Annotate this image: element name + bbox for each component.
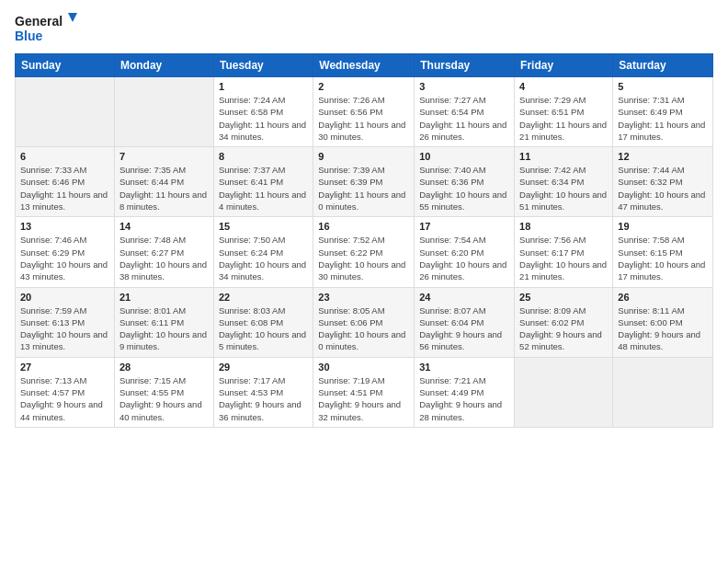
calendar-cell: 23Sunrise: 8:05 AM Sunset: 6:06 PM Dayli… (313, 287, 415, 357)
day-info: Sunrise: 7:58 AM Sunset: 6:15 PM Dayligh… (618, 234, 708, 282)
week-row-1: 1Sunrise: 7:24 AM Sunset: 6:58 PM Daylig… (16, 77, 713, 147)
logo: General Blue (15, 9, 79, 46)
day-number: 5 (618, 81, 708, 92)
day-number: 7 (119, 151, 209, 162)
day-info: Sunrise: 7:40 AM Sunset: 6:36 PM Dayligh… (419, 164, 509, 213)
calendar-cell: 18Sunrise: 7:56 AM Sunset: 6:17 PM Dayli… (515, 217, 613, 287)
day-number: 13 (20, 221, 109, 232)
week-row-5: 27Sunrise: 7:13 AM Sunset: 4:57 PM Dayli… (16, 357, 713, 427)
calendar-cell: 16Sunrise: 7:52 AM Sunset: 6:22 PM Dayli… (313, 217, 415, 287)
calendar-cell: 12Sunrise: 7:44 AM Sunset: 6:32 PM Dayli… (613, 147, 713, 217)
day-info: Sunrise: 7:24 AM Sunset: 6:58 PM Dayligh… (219, 94, 308, 143)
day-number: 12 (618, 151, 708, 162)
calendar-cell: 29Sunrise: 7:17 AM Sunset: 4:53 PM Dayli… (213, 357, 313, 427)
calendar-cell: 5Sunrise: 7:31 AM Sunset: 6:49 PM Daylig… (613, 77, 713, 147)
calendar-cell: 31Sunrise: 7:21 AM Sunset: 4:49 PM Dayli… (415, 357, 515, 427)
day-info: Sunrise: 7:50 AM Sunset: 6:24 PM Dayligh… (219, 234, 308, 282)
calendar-cell: 9Sunrise: 7:39 AM Sunset: 6:39 PM Daylig… (313, 147, 415, 217)
calendar-cell (114, 77, 213, 147)
day-info: Sunrise: 7:21 AM Sunset: 4:49 PM Dayligh… (419, 374, 509, 423)
day-info: Sunrise: 7:29 AM Sunset: 6:51 PM Dayligh… (519, 94, 608, 143)
day-info: Sunrise: 7:39 AM Sunset: 6:39 PM Dayligh… (318, 164, 409, 213)
day-info: Sunrise: 7:31 AM Sunset: 6:49 PM Dayligh… (618, 94, 708, 143)
calendar-cell: 24Sunrise: 8:07 AM Sunset: 6:04 PM Dayli… (415, 287, 515, 357)
calendar-cell: 2Sunrise: 7:26 AM Sunset: 6:56 PM Daylig… (313, 77, 415, 147)
day-info: Sunrise: 7:35 AM Sunset: 6:44 PM Dayligh… (119, 164, 209, 213)
day-number: 30 (318, 362, 409, 373)
calendar-cell: 4Sunrise: 7:29 AM Sunset: 6:51 PM Daylig… (515, 77, 613, 147)
calendar-cell: 7Sunrise: 7:35 AM Sunset: 6:44 PM Daylig… (114, 147, 213, 217)
day-info: Sunrise: 7:33 AM Sunset: 6:46 PM Dayligh… (20, 164, 109, 213)
week-row-4: 20Sunrise: 7:59 AM Sunset: 6:13 PM Dayli… (16, 287, 713, 357)
day-number: 6 (20, 151, 109, 162)
day-number: 17 (419, 221, 509, 232)
weekday-header-row: SundayMondayTuesdayWednesdayThursdayFrid… (16, 54, 713, 77)
weekday-sunday: Sunday (16, 54, 115, 77)
day-number: 23 (318, 292, 409, 303)
calendar-cell: 20Sunrise: 7:59 AM Sunset: 6:13 PM Dayli… (16, 287, 115, 357)
day-number: 29 (219, 362, 308, 373)
day-number: 11 (519, 151, 608, 162)
calendar-cell: 19Sunrise: 7:58 AM Sunset: 6:15 PM Dayli… (613, 217, 713, 287)
day-info: Sunrise: 7:54 AM Sunset: 6:20 PM Dayligh… (419, 234, 509, 282)
calendar-cell: 25Sunrise: 8:09 AM Sunset: 6:02 PM Dayli… (515, 287, 613, 357)
day-number: 2 (318, 81, 409, 92)
day-info: Sunrise: 7:19 AM Sunset: 4:51 PM Dayligh… (318, 374, 409, 423)
day-number: 15 (219, 221, 308, 232)
day-number: 31 (419, 362, 509, 373)
day-info: Sunrise: 7:42 AM Sunset: 6:34 PM Dayligh… (519, 164, 608, 213)
svg-text:Blue: Blue (15, 29, 43, 43)
day-number: 14 (119, 221, 209, 232)
calendar-cell: 8Sunrise: 7:37 AM Sunset: 6:41 PM Daylig… (213, 147, 313, 217)
calendar-cell: 6Sunrise: 7:33 AM Sunset: 6:46 PM Daylig… (16, 147, 115, 217)
day-info: Sunrise: 8:01 AM Sunset: 6:11 PM Dayligh… (119, 304, 209, 353)
calendar-cell (16, 77, 115, 147)
day-number: 27 (20, 362, 109, 373)
logo-svg: General Blue (15, 9, 79, 46)
day-number: 8 (219, 151, 308, 162)
calendar-cell: 30Sunrise: 7:19 AM Sunset: 4:51 PM Dayli… (313, 357, 415, 427)
calendar-cell: 28Sunrise: 7:15 AM Sunset: 4:55 PM Dayli… (114, 357, 213, 427)
day-info: Sunrise: 8:09 AM Sunset: 6:02 PM Dayligh… (519, 304, 608, 353)
calendar-cell: 17Sunrise: 7:54 AM Sunset: 6:20 PM Dayli… (415, 217, 515, 287)
day-info: Sunrise: 8:05 AM Sunset: 6:06 PM Dayligh… (318, 304, 409, 353)
calendar-cell (515, 357, 613, 427)
day-number: 4 (519, 81, 608, 92)
day-info: Sunrise: 7:17 AM Sunset: 4:53 PM Dayligh… (219, 374, 308, 423)
calendar-body: 1Sunrise: 7:24 AM Sunset: 6:58 PM Daylig… (16, 77, 713, 428)
day-info: Sunrise: 7:13 AM Sunset: 4:57 PM Dayligh… (20, 374, 109, 423)
calendar-cell: 27Sunrise: 7:13 AM Sunset: 4:57 PM Dayli… (16, 357, 115, 427)
calendar-table: SundayMondayTuesdayWednesdayThursdayFrid… (15, 53, 713, 428)
day-info: Sunrise: 7:52 AM Sunset: 6:22 PM Dayligh… (318, 234, 409, 282)
weekday-monday: Monday (114, 54, 213, 77)
day-number: 22 (219, 292, 308, 303)
day-number: 25 (519, 292, 608, 303)
day-number: 20 (20, 292, 109, 303)
day-info: Sunrise: 7:56 AM Sunset: 6:17 PM Dayligh… (519, 234, 608, 282)
day-number: 21 (119, 292, 209, 303)
day-info: Sunrise: 7:27 AM Sunset: 6:54 PM Dayligh… (419, 94, 509, 143)
calendar-cell (613, 357, 713, 427)
day-number: 24 (419, 292, 509, 303)
day-number: 9 (318, 151, 409, 162)
weekday-thursday: Thursday (415, 54, 515, 77)
header: General Blue (15, 9, 713, 46)
calendar-cell: 10Sunrise: 7:40 AM Sunset: 6:36 PM Dayli… (415, 147, 515, 217)
day-number: 10 (419, 151, 509, 162)
svg-text:General: General (15, 14, 63, 29)
day-info: Sunrise: 8:03 AM Sunset: 6:08 PM Dayligh… (219, 304, 308, 353)
day-info: Sunrise: 7:46 AM Sunset: 6:29 PM Dayligh… (20, 234, 109, 282)
svg-marker-2 (68, 13, 77, 22)
day-number: 3 (419, 81, 509, 92)
calendar-cell: 22Sunrise: 8:03 AM Sunset: 6:08 PM Dayli… (213, 287, 313, 357)
day-info: Sunrise: 7:44 AM Sunset: 6:32 PM Dayligh… (618, 164, 708, 213)
day-number: 26 (618, 292, 708, 303)
weekday-wednesday: Wednesday (313, 54, 415, 77)
day-number: 16 (318, 221, 409, 232)
day-info: Sunrise: 8:11 AM Sunset: 6:00 PM Dayligh… (618, 304, 708, 353)
day-number: 28 (119, 362, 209, 373)
day-info: Sunrise: 7:59 AM Sunset: 6:13 PM Dayligh… (20, 304, 109, 353)
day-info: Sunrise: 7:26 AM Sunset: 6:56 PM Dayligh… (318, 94, 409, 143)
calendar-cell: 1Sunrise: 7:24 AM Sunset: 6:58 PM Daylig… (213, 77, 313, 147)
calendar-cell: 15Sunrise: 7:50 AM Sunset: 6:24 PM Dayli… (213, 217, 313, 287)
